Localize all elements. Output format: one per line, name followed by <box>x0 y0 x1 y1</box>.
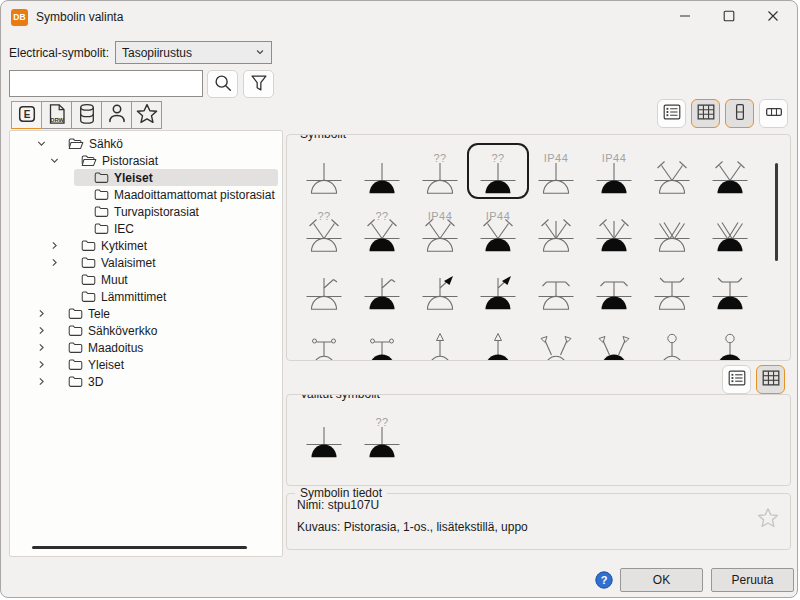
tree-item-yleiset[interactable]: Yleiset <box>10 356 282 373</box>
symbol-category-tree[interactable]: SähköPistorasiatYleisetMaadoittamattomat… <box>9 130 283 557</box>
tree-item-label: Turvapistorasiat <box>114 205 199 219</box>
tree-item-label: Sähkö <box>89 137 123 151</box>
tree-item-3d[interactable]: 3D <box>10 373 282 390</box>
tree-item-s-hk-verkko[interactable]: Sähköverkko <box>10 322 282 339</box>
selected-view-toggle-group <box>722 365 785 394</box>
symbol-cell[interactable]: IP44 <box>411 203 469 255</box>
symbol-cell[interactable]: IP44 <box>469 203 527 255</box>
symbol-cell[interactable] <box>701 203 759 255</box>
symbol-cell[interactable] <box>643 203 701 255</box>
library-selector-dropdown[interactable]: Tasopiirustus <box>115 41 272 64</box>
symbol-cell[interactable] <box>643 261 701 313</box>
symbol-info-group-box: Symbolin tiedot Nimi: stpu107U Kuvaus: P… <box>286 493 791 550</box>
folder-closed-icon <box>81 273 96 286</box>
selected-list-button[interactable] <box>722 365 751 394</box>
tree-item-yleiset[interactable]: Yleiset <box>10 169 282 186</box>
tab-drw-symbols[interactable]: DRW <box>41 101 72 129</box>
symbol-cell[interactable] <box>585 319 643 361</box>
filter-button[interactable] <box>243 70 274 98</box>
chevron-right-icon[interactable] <box>34 359 48 370</box>
tree-item-maadoitus[interactable]: Maadoitus <box>10 339 282 356</box>
symbol-cell[interactable] <box>295 409 353 461</box>
tree-horizontal-scrollbar[interactable] <box>32 546 247 549</box>
symbol-cell-selected[interactable]: ?? <box>469 145 527 197</box>
minimize-button[interactable] <box>663 2 707 32</box>
help-button[interactable]: ? <box>595 571 613 589</box>
symbol-cell[interactable] <box>585 203 643 255</box>
chevron-down-icon[interactable] <box>47 155 61 166</box>
tree-item-l-mmittimet[interactable]: Lämmittimet <box>10 288 282 305</box>
chevron-right-icon[interactable] <box>34 342 48 353</box>
symbol-cell[interactable] <box>411 261 469 313</box>
symbol-cell[interactable] <box>469 261 527 313</box>
tab-electrical-symbols[interactable]: E <box>11 101 42 129</box>
view-list-button[interactable] <box>657 99 686 128</box>
tree-item-iec[interactable]: IEC <box>10 220 282 237</box>
cancel-button[interactable]: Peruuta <box>711 568 794 592</box>
symbol-source-tabs: EDRW <box>11 101 162 130</box>
tree-item-turvapistorasiat[interactable]: Turvapistorasiat <box>10 203 282 220</box>
symbol-cell[interactable] <box>353 145 411 197</box>
tree-item-muut[interactable]: Muut <box>10 271 282 288</box>
svg-text:??: ?? <box>375 416 388 428</box>
tree-item-pistorasiat[interactable]: Pistorasiat <box>10 152 282 169</box>
symbol-cell[interactable] <box>643 319 701 361</box>
layout-horizontal-button[interactable] <box>759 99 788 128</box>
tree-item-valaisimet[interactable]: Valaisimet <box>10 254 282 271</box>
symbol-cell[interactable] <box>353 261 411 313</box>
symbol-cell[interactable]: IP44 <box>527 145 585 197</box>
symbol-cell[interactable]: ?? <box>353 203 411 255</box>
selected-grid-button[interactable] <box>756 365 785 394</box>
symbol-cell[interactable] <box>295 319 353 361</box>
symbol-cell[interactable] <box>527 319 585 361</box>
symbol-cell[interactable] <box>469 319 527 361</box>
minimize-icon <box>679 10 691 25</box>
folder-closed-icon <box>94 171 109 184</box>
folder-closed-icon <box>68 358 83 371</box>
favorite-star-button[interactable] <box>756 506 780 533</box>
list-details-icon <box>661 101 683 126</box>
chevron-down-icon[interactable] <box>34 138 48 149</box>
symbol-cell[interactable] <box>353 319 411 361</box>
symbol-cell[interactable]: ?? <box>295 203 353 255</box>
symbol-cell[interactable] <box>643 145 701 197</box>
symbols-vertical-scrollbar[interactable] <box>775 163 778 261</box>
drw-file-icon: DRW <box>45 102 69 129</box>
chevron-right-icon[interactable] <box>34 325 48 336</box>
symbol-cell[interactable]: ?? <box>353 409 411 461</box>
folder-closed-icon <box>68 341 83 354</box>
svg-text:??: ?? <box>433 152 446 164</box>
close-button[interactable] <box>751 2 795 32</box>
layout-vertical-button[interactable] <box>725 99 754 128</box>
chevron-right-icon[interactable] <box>34 308 48 319</box>
tree-item-maadoittamattomat-pistorasiat[interactable]: Maadoittamattomat pistorasiat <box>10 186 282 203</box>
view-grid-button[interactable] <box>691 99 720 128</box>
symbol-cell[interactable]: ?? <box>411 145 469 197</box>
symbol-cell[interactable] <box>295 145 353 197</box>
filter-funnel-icon <box>248 72 270 97</box>
tab-user-symbols[interactable] <box>101 101 132 129</box>
symbol-cell[interactable] <box>527 261 585 313</box>
symbol-cell[interactable] <box>295 261 353 313</box>
folder-closed-icon <box>94 205 109 218</box>
symbol-cell[interactable] <box>527 203 585 255</box>
chevron-right-icon[interactable] <box>47 257 61 268</box>
tree-item-label: Yleiset <box>114 171 153 185</box>
symbol-cell[interactable]: IP44 <box>585 145 643 197</box>
tree-item-tele[interactable]: Tele <box>10 305 282 322</box>
search-button[interactable] <box>207 70 238 98</box>
symbol-cell[interactable] <box>701 319 759 361</box>
symbol-cell[interactable] <box>585 261 643 313</box>
symbol-cell[interactable] <box>701 261 759 313</box>
tree-item-s-hk-[interactable]: Sähkö <box>10 135 282 152</box>
ok-button[interactable]: OK <box>620 568 703 592</box>
tab-database-symbols[interactable] <box>71 101 102 129</box>
symbol-cell[interactable] <box>411 319 469 361</box>
tree-item-kytkimet[interactable]: Kytkimet <box>10 237 282 254</box>
search-input[interactable] <box>9 70 203 97</box>
maximize-button[interactable] <box>707 2 751 32</box>
chevron-right-icon[interactable] <box>34 376 48 387</box>
symbol-cell[interactable] <box>701 145 759 197</box>
chevron-right-icon[interactable] <box>47 240 61 251</box>
tab-favorite-symbols[interactable] <box>131 101 162 129</box>
